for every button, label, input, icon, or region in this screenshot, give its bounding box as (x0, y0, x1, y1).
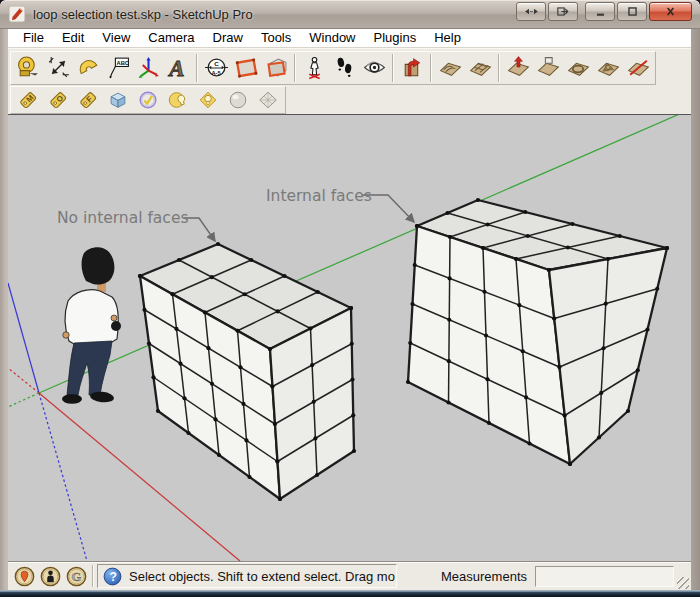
green-axis-dotted (8, 393, 39, 407)
svg-text:ABC: ABC (116, 60, 128, 66)
menu-file[interactable]: File (14, 29, 53, 47)
sandbox-from-scratch-button[interactable] (465, 53, 495, 83)
menu-edit[interactable]: Edit (53, 29, 93, 47)
google-medal-icon[interactable]: G (65, 565, 88, 588)
label-no-internal-faces-leader (184, 218, 215, 241)
look-around-button[interactable] (359, 53, 389, 83)
minimize-button[interactable] (585, 2, 615, 21)
measurements-label: Measurements (397, 569, 535, 584)
position-camera-button[interactable] (299, 53, 329, 83)
menu-window[interactable]: Window (300, 29, 364, 47)
sandbox-from-contours-button[interactable] (435, 53, 465, 83)
toolbar-separator (196, 54, 198, 82)
status-medals: G (8, 565, 92, 588)
section-symbol-icon: CA-5 (204, 55, 229, 80)
smoove-icon (506, 55, 531, 80)
drape-button[interactable] (563, 53, 593, 83)
menubar: FileEditViewCameraDrawToolsWindowPlugins… (8, 29, 691, 48)
section-plane-icon (234, 55, 259, 80)
bulb-gem-icon (197, 89, 219, 111)
blue-box-button[interactable] (103, 88, 133, 112)
dimensions-icon (46, 55, 71, 80)
walk-button[interactable] (329, 53, 359, 83)
mesh-diamond-icon (257, 89, 279, 111)
resize-grip[interactable] (674, 562, 691, 591)
check-circle-button[interactable] (133, 88, 163, 112)
right-box[interactable] (406, 198, 669, 466)
add-detail-button[interactable] (593, 53, 623, 83)
help-icon[interactable]: ? (102, 566, 123, 587)
bulb-gem-button[interactable] (193, 88, 223, 112)
sandbox-from-contours-icon (438, 55, 463, 80)
protractor-icon (76, 55, 101, 80)
tag-f-icon: F (77, 89, 99, 111)
look-around-icon (362, 55, 387, 80)
geolocation-medal-icon[interactable] (13, 565, 36, 588)
svg-text:C: C (214, 60, 219, 67)
label-internal-faces: Internal faces (266, 187, 414, 222)
person-medal-icon[interactable] (39, 565, 62, 588)
svg-text:?: ? (110, 569, 117, 583)
label-no-internal-faces-text: No internal faces (57, 209, 189, 227)
axes-tool-button[interactable] (133, 53, 163, 83)
switch-view-button[interactable] (516, 2, 546, 21)
menu-camera[interactable]: Camera (139, 29, 203, 47)
sketchup-app-icon (7, 4, 27, 24)
dimensions-button[interactable] (43, 53, 73, 83)
toolbar-separator (430, 54, 432, 82)
protractor-button[interactable] (73, 53, 103, 83)
left-box[interactable] (138, 242, 356, 501)
label-internal-faces-text: Internal faces (266, 187, 372, 205)
mesh-diamond-button[interactable] (253, 88, 283, 112)
status-message-panel: ? Select objects. Shift to extend select… (97, 564, 397, 588)
detach-window-button[interactable] (548, 2, 578, 21)
menu-help[interactable]: Help (425, 29, 470, 47)
smoove-button[interactable] (503, 53, 533, 83)
section-plane-button[interactable] (231, 53, 261, 83)
viewport[interactable]: No internal facesInternal faces (8, 114, 691, 561)
stamp-button[interactable] (533, 53, 563, 83)
position-camera-icon (302, 55, 327, 80)
toolbar-separator (498, 54, 500, 82)
tag-o-button[interactable]: O (43, 88, 73, 112)
section-symbol-button[interactable]: CA-5 (201, 53, 231, 83)
toolbar-main: ABCACA-5 (8, 48, 691, 86)
red-axis-dotted (8, 368, 39, 393)
sandbox-from-scratch-icon (468, 55, 493, 80)
check-circle-icon (137, 89, 159, 111)
blue-box-icon (107, 89, 129, 111)
sketchup-window: loop selection test.skp - SketchUp Pro F… (0, 0, 700, 597)
menu-view[interactable]: View (93, 29, 139, 47)
walk-icon (332, 55, 357, 80)
toolbar-separator (392, 54, 394, 82)
section-cut-button[interactable] (261, 53, 291, 83)
close-button[interactable] (649, 2, 692, 21)
add-detail-icon (596, 55, 621, 80)
text-label-icon: ABC (106, 55, 131, 80)
person-figure[interactable] (62, 247, 121, 404)
menu-tools[interactable]: Tools (252, 29, 300, 47)
viewport-canvas[interactable]: No internal facesInternal faces (8, 115, 691, 562)
svg-text:A-5: A-5 (211, 70, 221, 76)
label-no-internal-faces: No internal faces (57, 209, 215, 241)
bulb-coin-button[interactable] (163, 88, 193, 112)
text-label-button[interactable]: ABC (103, 53, 133, 83)
fold-tool-button[interactable] (397, 53, 427, 83)
measurements-input[interactable] (535, 566, 674, 587)
menu-draw[interactable]: Draw (204, 29, 252, 47)
tape-measure-icon (16, 55, 41, 80)
section-cut-icon (264, 55, 289, 80)
3d-text-button[interactable]: A (163, 53, 193, 83)
tape-measure-button[interactable] (13, 53, 43, 83)
status-message: Select objects. Shift to extend select. … (129, 569, 395, 584)
sphere-button[interactable] (223, 88, 253, 112)
sphere-icon (227, 89, 249, 111)
flip-edge-button[interactable] (623, 53, 653, 83)
titlebar[interactable]: loop selection test.skp - SketchUp Pro (0, 0, 700, 29)
maximize-button[interactable] (617, 2, 647, 21)
tag-m-icon: M (17, 89, 39, 111)
tag-f-button[interactable]: F (73, 88, 103, 112)
toolbar-plugins: MOF (8, 86, 691, 114)
menu-plugins[interactable]: Plugins (365, 29, 426, 47)
tag-m-button[interactable]: M (13, 88, 43, 112)
